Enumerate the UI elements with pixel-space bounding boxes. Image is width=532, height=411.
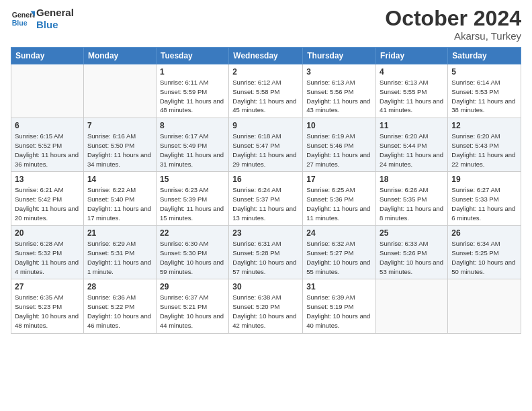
day-number: 21: [87, 228, 152, 238]
day-number: 12: [451, 121, 517, 130]
calendar-week-row: 6Sunrise: 6:15 AMSunset: 5:52 PMDaylight…: [11, 118, 521, 172]
calendar-week-row: 27Sunrise: 6:35 AMSunset: 5:23 PMDayligh…: [11, 279, 521, 333]
calendar-day-cell: 20Sunrise: 6:28 AMSunset: 5:32 PMDayligh…: [11, 226, 84, 279]
day-number: 26: [451, 228, 517, 238]
header: General Blue General Blue October 2024 A…: [11, 7, 521, 42]
day-number: 3: [306, 67, 372, 77]
day-number: 9: [232, 121, 299, 130]
day-info: Sunrise: 6:17 AMSunset: 5:49 PMDaylight:…: [160, 132, 225, 169]
day-info: Sunrise: 6:15 AMSunset: 5:52 PMDaylight:…: [15, 132, 80, 169]
calendar-day-cell: [11, 64, 84, 118]
day-info: Sunrise: 6:36 AMSunset: 5:22 PMDaylight:…: [87, 293, 152, 330]
day-number: 1: [160, 67, 225, 77]
calendar-day-cell: 7Sunrise: 6:16 AMSunset: 5:50 PMDaylight…: [83, 118, 156, 172]
calendar-day-cell: 15Sunrise: 6:23 AMSunset: 5:39 PMDayligh…: [156, 172, 228, 226]
day-number: 18: [380, 175, 444, 184]
calendar-day-cell: 21Sunrise: 6:29 AMSunset: 5:31 PMDayligh…: [83, 226, 156, 279]
day-info: Sunrise: 6:34 AMSunset: 5:25 PMDaylight:…: [451, 239, 517, 276]
day-number: 10: [306, 121, 372, 130]
calendar-day-cell: 26Sunrise: 6:34 AMSunset: 5:25 PMDayligh…: [448, 226, 521, 279]
logo-line2: Blue: [36, 19, 74, 31]
day-number: 23: [232, 228, 299, 238]
day-info: Sunrise: 6:13 AMSunset: 5:56 PMDaylight:…: [306, 78, 372, 115]
day-number: 20: [15, 228, 80, 238]
calendar-day-cell: 17Sunrise: 6:25 AMSunset: 5:36 PMDayligh…: [303, 172, 376, 226]
day-number: 4: [380, 67, 444, 77]
calendar-day-cell: 16Sunrise: 6:24 AMSunset: 5:37 PMDayligh…: [229, 172, 303, 226]
calendar-day-cell: 30Sunrise: 6:38 AMSunset: 5:20 PMDayligh…: [229, 279, 303, 333]
calendar-day-cell: 4Sunrise: 6:13 AMSunset: 5:55 PMDaylight…: [376, 64, 448, 118]
month-title: October 2024: [385, 7, 521, 30]
location-title: Akarsu, Turkey: [385, 30, 521, 42]
calendar-day-cell: 11Sunrise: 6:20 AMSunset: 5:44 PMDayligh…: [376, 118, 448, 172]
day-info: Sunrise: 6:12 AMSunset: 5:58 PMDaylight:…: [232, 78, 299, 115]
day-info: Sunrise: 6:33 AMSunset: 5:26 PMDaylight:…: [380, 239, 444, 276]
weekday-header-friday: Friday: [376, 48, 448, 64]
calendar-day-cell: 19Sunrise: 6:27 AMSunset: 5:33 PMDayligh…: [448, 172, 521, 226]
calendar-day-cell: 28Sunrise: 6:36 AMSunset: 5:22 PMDayligh…: [83, 279, 156, 333]
day-info: Sunrise: 6:14 AMSunset: 5:53 PMDaylight:…: [451, 78, 517, 115]
day-number: 22: [160, 228, 225, 238]
day-number: 2: [232, 67, 299, 77]
day-number: 24: [306, 228, 372, 238]
calendar-day-cell: [83, 64, 156, 118]
day-info: Sunrise: 6:38 AMSunset: 5:20 PMDaylight:…: [232, 293, 299, 330]
svg-text:Blue: Blue: [12, 19, 28, 27]
weekday-header-monday: Monday: [83, 48, 156, 64]
calendar-day-cell: 12Sunrise: 6:20 AMSunset: 5:43 PMDayligh…: [448, 118, 521, 172]
day-number: 13: [15, 175, 80, 184]
day-info: Sunrise: 6:13 AMSunset: 5:55 PMDaylight:…: [380, 78, 444, 115]
day-info: Sunrise: 6:18 AMSunset: 5:47 PMDaylight:…: [232, 132, 299, 169]
page: General Blue General Blue October 2024 A…: [0, 0, 532, 411]
day-number: 14: [87, 175, 152, 184]
day-number: 29: [160, 282, 225, 291]
calendar-day-cell: 10Sunrise: 6:19 AMSunset: 5:46 PMDayligh…: [303, 118, 376, 172]
calendar-day-cell: 1Sunrise: 6:11 AMSunset: 5:59 PMDaylight…: [156, 64, 228, 118]
day-info: Sunrise: 6:35 AMSunset: 5:23 PMDaylight:…: [15, 293, 80, 330]
weekday-header-sunday: Sunday: [11, 48, 84, 64]
calendar-day-cell: [448, 279, 521, 333]
day-info: Sunrise: 6:20 AMSunset: 5:43 PMDaylight:…: [451, 132, 517, 169]
day-info: Sunrise: 6:25 AMSunset: 5:36 PMDaylight:…: [306, 185, 372, 222]
calendar: SundayMondayTuesdayWednesdayThursdayFrid…: [11, 47, 521, 333]
calendar-week-row: 1Sunrise: 6:11 AMSunset: 5:59 PMDaylight…: [11, 64, 521, 118]
day-number: 11: [380, 121, 444, 130]
day-info: Sunrise: 6:28 AMSunset: 5:32 PMDaylight:…: [15, 239, 80, 276]
calendar-day-cell: 13Sunrise: 6:21 AMSunset: 5:42 PMDayligh…: [11, 172, 84, 226]
calendar-day-cell: 14Sunrise: 6:22 AMSunset: 5:40 PMDayligh…: [83, 172, 156, 226]
day-number: 31: [306, 282, 372, 291]
title-block: October 2024 Akarsu, Turkey: [385, 7, 521, 42]
day-number: 6: [15, 121, 80, 130]
day-info: Sunrise: 6:16 AMSunset: 5:50 PMDaylight:…: [87, 132, 152, 169]
day-info: Sunrise: 6:39 AMSunset: 5:19 PMDaylight:…: [306, 293, 372, 330]
logo-line1: General: [36, 7, 74, 19]
day-info: Sunrise: 6:11 AMSunset: 5:59 PMDaylight:…: [160, 78, 225, 115]
logo-text: General Blue: [36, 7, 74, 31]
calendar-day-cell: 5Sunrise: 6:14 AMSunset: 5:53 PMDaylight…: [448, 64, 521, 118]
weekday-header-tuesday: Tuesday: [156, 48, 228, 64]
calendar-day-cell: [376, 279, 448, 333]
calendar-day-cell: 8Sunrise: 6:17 AMSunset: 5:49 PMDaylight…: [156, 118, 228, 172]
day-info: Sunrise: 6:26 AMSunset: 5:35 PMDaylight:…: [380, 185, 444, 222]
calendar-day-cell: 24Sunrise: 6:32 AMSunset: 5:27 PMDayligh…: [303, 226, 376, 279]
day-info: Sunrise: 6:31 AMSunset: 5:28 PMDaylight:…: [232, 239, 299, 276]
day-number: 7: [87, 121, 152, 130]
calendar-day-cell: 6Sunrise: 6:15 AMSunset: 5:52 PMDaylight…: [11, 118, 84, 172]
calendar-day-cell: 9Sunrise: 6:18 AMSunset: 5:47 PMDaylight…: [229, 118, 303, 172]
weekday-header-wednesday: Wednesday: [229, 48, 303, 64]
day-info: Sunrise: 6:22 AMSunset: 5:40 PMDaylight:…: [87, 185, 152, 222]
calendar-day-cell: 2Sunrise: 6:12 AMSunset: 5:58 PMDaylight…: [229, 64, 303, 118]
day-info: Sunrise: 6:30 AMSunset: 5:30 PMDaylight:…: [160, 239, 225, 276]
day-info: Sunrise: 6:27 AMSunset: 5:33 PMDaylight:…: [451, 185, 517, 222]
weekday-header-row: SundayMondayTuesdayWednesdayThursdayFrid…: [11, 48, 521, 64]
day-info: Sunrise: 6:37 AMSunset: 5:21 PMDaylight:…: [160, 293, 225, 330]
day-info: Sunrise: 6:32 AMSunset: 5:27 PMDaylight:…: [306, 239, 372, 276]
calendar-week-row: 13Sunrise: 6:21 AMSunset: 5:42 PMDayligh…: [11, 172, 521, 226]
calendar-day-cell: 29Sunrise: 6:37 AMSunset: 5:21 PMDayligh…: [156, 279, 228, 333]
day-info: Sunrise: 6:29 AMSunset: 5:31 PMDaylight:…: [87, 239, 152, 276]
day-number: 8: [160, 121, 225, 130]
day-number: 17: [306, 175, 372, 184]
logo-icon: General Blue: [11, 7, 35, 31]
calendar-day-cell: 25Sunrise: 6:33 AMSunset: 5:26 PMDayligh…: [376, 226, 448, 279]
day-number: 15: [160, 175, 225, 184]
